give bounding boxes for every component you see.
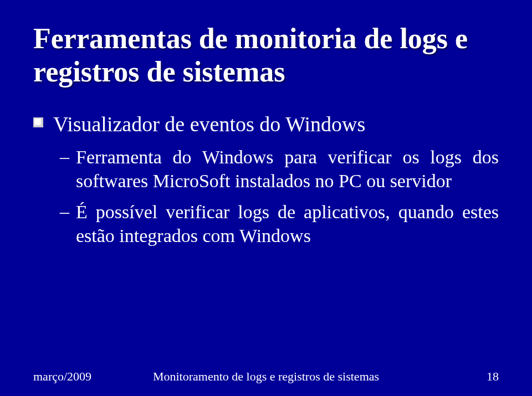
footer-title-text: Monitoramento de logs e registros de sis… bbox=[153, 369, 379, 383]
sub-bullet-1-text: Ferramenta do Windows para verificar os … bbox=[76, 146, 499, 193]
footer-title: Monitoramento de logs e registros de sis… bbox=[153, 369, 379, 384]
dash-icon: – bbox=[60, 200, 69, 223]
slide-title: Ferramentas de monitoria de logs e regis… bbox=[33, 22, 499, 89]
bullet-level-1: Visualizador de eventos do Windows bbox=[33, 112, 499, 137]
slide-content: Visualizador de eventos do Windows – Fer… bbox=[33, 112, 499, 248]
bullet-square-icon bbox=[33, 117, 43, 127]
footer-date: março/2009 bbox=[33, 369, 91, 384]
bullet-level-2: – Ferramenta do Windows para verificar o… bbox=[60, 146, 499, 193]
bullet-level-2: – É possível verificar logs de aplicativ… bbox=[60, 200, 499, 248]
dash-icon: – bbox=[60, 146, 69, 168]
slide: Ferramentas de monitoria de logs e regis… bbox=[0, 0, 532, 396]
slide-footer: março/2009 Monitoramento de logs e regis… bbox=[33, 369, 499, 384]
sub-bullet-2-text: É possível verificar logs de aplicativos… bbox=[76, 200, 499, 248]
footer-page: 18 bbox=[487, 369, 499, 384]
bullet-1-text: Visualizador de eventos do Windows bbox=[53, 112, 365, 137]
